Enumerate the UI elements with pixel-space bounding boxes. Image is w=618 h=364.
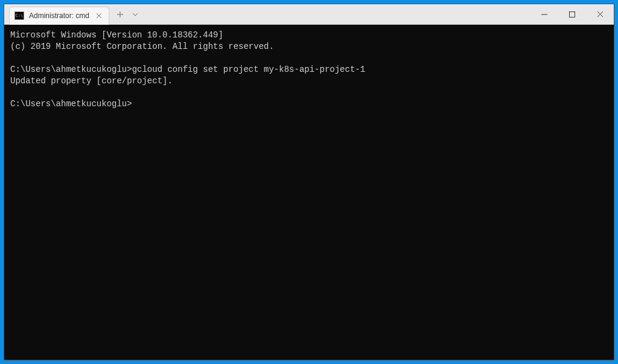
close-button[interactable] xyxy=(586,4,614,24)
cmd-icon-text: C:\ xyxy=(16,14,24,18)
terminal-line: C:\Users\ahmetkucukoglu> xyxy=(10,98,608,110)
new-tab-button[interactable] xyxy=(112,6,129,23)
maximize-button[interactable] xyxy=(558,4,586,24)
close-icon xyxy=(96,13,102,19)
minimize-button[interactable] xyxy=(530,4,558,24)
maximize-icon xyxy=(569,11,575,18)
tab-cmd[interactable]: C:\ Administrator: cmd xyxy=(9,7,109,25)
terminal-line: C:\Users\ahmetkucukoglu>gcloud config se… xyxy=(10,64,608,75)
close-icon xyxy=(597,11,604,18)
tab-dropdown-button[interactable] xyxy=(129,6,142,23)
terminal-line xyxy=(10,87,608,98)
terminal-window: C:\ Administrator: cmd xyxy=(4,4,614,360)
titlebar-left: C:\ Administrator: cmd xyxy=(4,4,142,24)
tab-close-button[interactable] xyxy=(94,11,104,21)
titlebar: C:\ Administrator: cmd xyxy=(4,4,614,25)
terminal-line: Microsoft Windows [Version 10.0.18362.44… xyxy=(10,30,608,41)
svg-rect-5 xyxy=(570,11,575,17)
cmd-icon: C:\ xyxy=(14,11,24,20)
terminal-content[interactable]: Microsoft Windows [Version 10.0.18362.44… xyxy=(4,25,614,360)
terminal-line: (c) 2019 Microsoft Corporation. All righ… xyxy=(10,41,608,53)
terminal-line: Updated property [core/project]. xyxy=(10,75,608,87)
chevron-down-icon xyxy=(132,13,138,16)
minimize-icon xyxy=(541,11,547,18)
terminal-line xyxy=(10,53,608,64)
tab-title: Administrator: cmd xyxy=(29,11,89,20)
window-controls xyxy=(530,4,614,24)
plus-icon xyxy=(116,11,124,18)
